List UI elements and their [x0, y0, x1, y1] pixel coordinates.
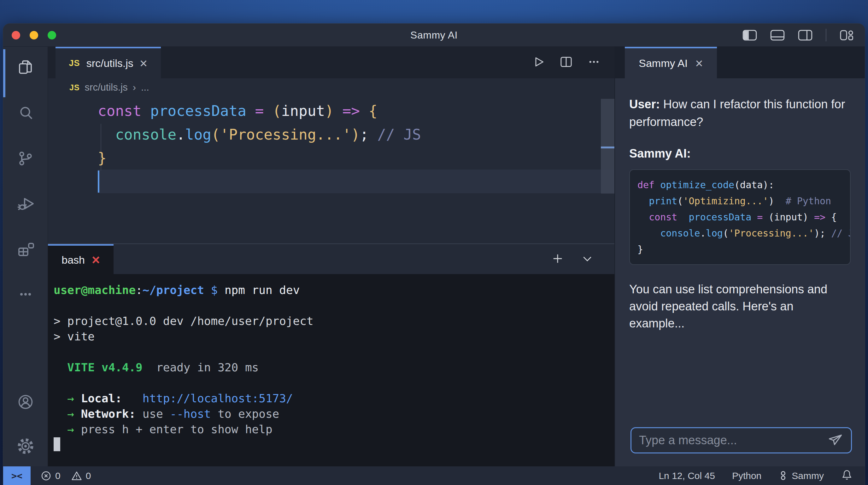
main-area: JS src/utils.js ×: [3, 47, 865, 466]
search-icon[interactable]: [17, 104, 34, 122]
code-line: > project@1.0.0 dev /home/user/project: [54, 313, 614, 329]
breadcrumb-separator-icon: ›: [133, 82, 136, 93]
editor-toolbar: [532, 47, 614, 78]
terminal-close-icon[interactable]: ×: [92, 253, 100, 267]
user-message-text: How can I refactor this function for per…: [629, 97, 845, 129]
code-line: console.log('Processing...'); // JS: [638, 225, 850, 241]
assistant-code-block: def optimize_code(data): print('Optimizi…: [629, 169, 851, 265]
customize-layout-icon[interactable]: [840, 29, 854, 41]
warnings-count: 0: [86, 470, 91, 481]
errors-item[interactable]: 0: [41, 470, 61, 481]
code-line: print('Optimizing...') # Python: [638, 193, 850, 209]
toggle-panel-icon[interactable]: [770, 29, 785, 41]
assistant-answer-text: You can use list comprehensions and avoi…: [629, 281, 851, 332]
code-line: [98, 170, 614, 194]
terminal-dropdown-icon[interactable]: [581, 252, 594, 266]
errors-count: 0: [55, 470, 61, 481]
problems-summary[interactable]: 0 0: [41, 470, 91, 481]
language-mode[interactable]: Python: [732, 470, 762, 481]
activity-bar: [3, 47, 48, 466]
code-line: → Network: use --host to expose: [54, 406, 614, 422]
sammy-status-item[interactable]: Sammy: [778, 470, 824, 482]
toggle-right-sidebar-icon[interactable]: [798, 29, 812, 41]
editor-column: JS src/utils.js ×: [48, 47, 614, 466]
assistant-tab-close-icon[interactable]: ×: [695, 57, 703, 70]
settings-gear-icon[interactable]: [17, 437, 34, 455]
code-line: console.log('Processing...'); // JS: [98, 123, 614, 146]
chat-input-row: [630, 427, 852, 453]
code-editor[interactable]: const processData = (input) => { console…: [48, 96, 614, 244]
code-line: [54, 437, 614, 453]
assistant-tab-bar: Sammy AI ×: [615, 47, 865, 78]
editor-tab-bar: JS src/utils.js ×: [48, 47, 614, 78]
send-icon[interactable]: [827, 433, 843, 448]
status-bar: >< 0 0: [3, 466, 865, 485]
terminal-panel: bash ×: [48, 244, 614, 466]
run-debug-icon[interactable]: [17, 195, 34, 213]
active-view-indicator: [3, 49, 5, 97]
code-line: → press h + enter to show help: [54, 422, 614, 437]
window-title: Sammy AI: [3, 29, 865, 41]
split-editor-icon[interactable]: [560, 55, 573, 70]
code-line: → Local: http://localhost:5173/: [54, 391, 614, 406]
code-lines: const processData = (input) => { console…: [48, 96, 614, 193]
scrollbar-cursor-marker: [601, 146, 614, 148]
code-line: [54, 298, 614, 313]
account-icon[interactable]: [17, 393, 34, 411]
breadcrumb[interactable]: JS src/utils.js › ...: [48, 78, 614, 96]
minimize-window-button[interactable]: [30, 31, 38, 39]
text-cursor: [98, 171, 99, 193]
source-control-icon[interactable]: [17, 150, 34, 167]
more-actions-icon[interactable]: [587, 55, 600, 70]
titlebar[interactable]: Sammy AI: [3, 24, 865, 47]
zoom-window-button[interactable]: [48, 31, 56, 39]
assistant-message-speaker: Sammy AI:: [629, 147, 691, 160]
code-line: user@machine:~/project $ npm run dev: [54, 282, 614, 298]
run-icon[interactable]: [532, 55, 545, 70]
tab-src-utils-js[interactable]: JS src/utils.js ×: [56, 47, 161, 78]
terminal-output[interactable]: user@machine:~/project $ npm run dev> pr…: [48, 274, 614, 466]
assistant-tab-label: Sammy AI: [639, 57, 688, 69]
breadcrumb-more[interactable]: ...: [141, 82, 149, 93]
tab-close-icon[interactable]: ×: [140, 57, 148, 70]
user-message: User: How can I refactor this function f…: [629, 95, 851, 131]
terminal-tab-bar: bash ×: [48, 244, 614, 274]
code-line: > vite: [54, 329, 614, 344]
code-line: def optimize_code(data):: [638, 177, 850, 193]
javascript-file-icon: JS: [69, 83, 80, 92]
user-message-speaker: User:: [629, 97, 660, 111]
app-window: Sammy AI: [3, 23, 865, 485]
code-line: [54, 344, 614, 360]
layout-controls: [742, 24, 854, 47]
close-window-button[interactable]: [12, 31, 20, 39]
code-line: }: [98, 146, 614, 170]
extensions-icon[interactable]: [17, 241, 34, 259]
code-line: VITE v4.4.9 ready in 320 ms: [54, 360, 614, 375]
desktop-background: Sammy AI: [0, 0, 868, 485]
notifications-bell-icon[interactable]: [841, 468, 853, 483]
titlebar-separator: [826, 29, 826, 41]
tab-sammy-ai[interactable]: Sammy AI ×: [625, 47, 717, 78]
status-bar-right: Ln 12, Col 45 Python Sammy: [658, 468, 865, 483]
traffic-lights: [12, 24, 56, 47]
warnings-item[interactable]: 0: [71, 470, 91, 481]
code-line: }: [638, 241, 850, 257]
explorer-icon[interactable]: [17, 58, 34, 76]
code-line: [54, 375, 614, 391]
remote-indicator[interactable]: ><: [3, 466, 31, 485]
cursor-position[interactable]: Ln 12, Col 45: [658, 470, 715, 481]
toggle-left-sidebar-icon[interactable]: [742, 29, 757, 41]
new-terminal-icon[interactable]: [551, 252, 564, 266]
breadcrumb-path[interactable]: src/utils.js: [85, 82, 128, 93]
javascript-file-icon: JS: [69, 58, 80, 68]
editor-scrollbar[interactable]: [601, 99, 614, 194]
tab-label: src/utils.js: [86, 57, 133, 69]
more-views-icon[interactable]: [17, 285, 34, 303]
code-line: const processData = (input) => {: [98, 99, 614, 123]
terminal-tab-label: bash: [62, 254, 85, 266]
assistant-chat: User: How can I refactor this function f…: [615, 78, 865, 466]
code-line: const processData = (input) => {: [638, 209, 850, 225]
chat-input[interactable]: [639, 433, 827, 447]
terminal-tab-bash[interactable]: bash ×: [48, 244, 114, 274]
assistant-panel: Sammy AI × User: How can I refactor this…: [614, 47, 865, 466]
